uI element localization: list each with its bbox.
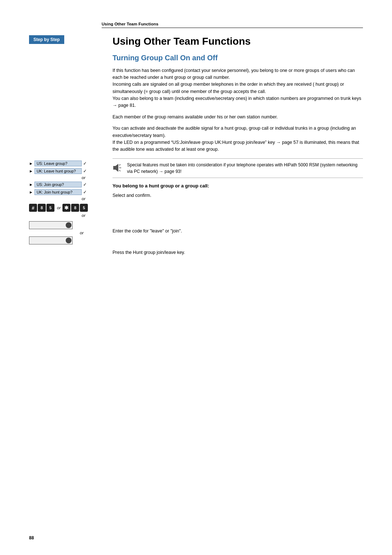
body-para-2: Each member of the group remains availab…	[113, 114, 363, 121]
sidebar-item-uk-leave[interactable]: ► UK: Leave hunt group? ✓	[29, 168, 102, 174]
key-or: or	[57, 206, 61, 210]
note-text: Special features must be taken into cons…	[127, 162, 363, 175]
svg-rect-0	[113, 166, 115, 170]
instructions-block: Select and confirm. Enter the code for "…	[113, 192, 363, 256]
sidebar-item-us-join[interactable]: ► US: Join group? ✓	[29, 181, 102, 188]
sidebar-item-us-leave[interactable]: ► US: Leave group? ✓	[29, 160, 102, 167]
content-area: Using Other Team Functions Turning Group…	[105, 35, 363, 256]
body-para-1: If this function has been configured (co…	[113, 67, 363, 109]
hunt-key-btn-1[interactable]	[29, 221, 73, 229]
check-us-leave: ✓	[83, 161, 87, 166]
check-uk-join: ✓	[83, 190, 87, 195]
sidebar-content: ► US: Leave group? ✓ ► UK: Leave hunt gr…	[29, 160, 102, 246]
instruction-hunt-key: Press the Hunt group join/leave key.	[113, 249, 363, 256]
breadcrumb: Using Other Team Functions	[102, 22, 363, 28]
hunt-key-circle-2	[66, 238, 72, 243]
sidebar-label-us-leave: US: Leave group?	[34, 161, 82, 166]
key-5-2: 5	[80, 204, 88, 212]
hunt-key-circle-1	[66, 222, 72, 228]
svg-line-4	[119, 170, 121, 171]
sidebar-or-2: or	[82, 197, 102, 201]
arrow-icon-us-join: ►	[29, 182, 33, 187]
step-by-step-badge: Step by Step	[29, 35, 64, 44]
key-8-1: 8	[38, 204, 46, 212]
keypad-row: # 8 5 or ✱ 8 5	[29, 204, 102, 212]
subsection-title: You belong to a hunt group or a group ca…	[113, 183, 363, 189]
page: Using Other Team Functions Step by Step …	[0, 0, 392, 555]
instruction-enter-code: Enter the code for "leave" or "join".	[113, 228, 363, 235]
svg-line-2	[119, 165, 121, 165]
key-hash: #	[29, 204, 37, 212]
body-para-3: You can activate and deactivate the audi…	[113, 125, 363, 153]
arrow-icon-uk-leave: ►	[29, 169, 33, 173]
sidebar-or-4: or	[80, 231, 83, 235]
sidebar-label-uk-join: UK: Join hunt group?	[34, 189, 82, 195]
key-8-2: 8	[71, 204, 79, 212]
note-svg-icon	[113, 162, 123, 173]
sidebar-label-us-join: US: Join group?	[34, 182, 82, 187]
arrow-icon-us-leave: ►	[29, 161, 33, 166]
hunt-key-btn-2[interactable]	[29, 236, 73, 244]
key-5-1: 5	[46, 204, 54, 212]
hunt-key-row: or	[29, 221, 102, 246]
page-number: 88	[29, 535, 34, 540]
section-title: Turning Group Call On and Off	[113, 53, 363, 62]
check-us-join: ✓	[83, 182, 87, 187]
svg-marker-1	[115, 164, 118, 172]
note-box: Special features must be taken into cons…	[113, 158, 363, 178]
sidebar-or-3: or	[82, 213, 102, 218]
sidebar-item-uk-join[interactable]: ► UK: Join hunt group? ✓	[29, 189, 102, 195]
sidebar-label-uk-leave: UK: Leave hunt group?	[34, 168, 82, 174]
main-layout: Step by Step ► US: Leave group? ✓ ► UK: …	[29, 35, 363, 256]
note-icon	[113, 162, 123, 174]
instruction-select: Select and confirm.	[113, 192, 363, 199]
sidebar-or-1: or	[82, 175, 102, 180]
key-star: ✱	[62, 204, 70, 212]
check-uk-leave: ✓	[83, 169, 87, 174]
arrow-icon-uk-join: ►	[29, 190, 33, 194]
page-title: Using Other Team Functions	[113, 35, 363, 48]
sidebar: Step by Step ► US: Leave group? ✓ ► UK: …	[29, 35, 105, 246]
